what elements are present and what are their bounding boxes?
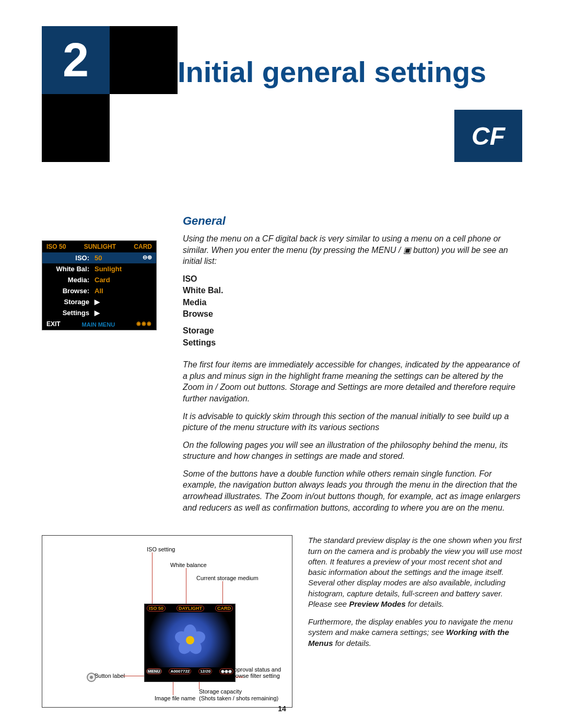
plus-minus-icon: ⊖⊕ [143, 254, 152, 261]
lcd-approval-icons: ◉◉◉ [136, 320, 152, 328]
preview-diagram: ISO setting White balance Current storag… [42, 535, 292, 708]
callout-medium: Current storage medium [196, 575, 258, 581]
callout-filename: Image file name [155, 695, 195, 701]
lcd-k: Settings [48, 309, 89, 317]
lcd-k: White Bal: [48, 265, 89, 273]
lcd-footer: EXIT MAIN MENU ◉◉◉ [42, 318, 156, 330]
side-p2c: for details. [333, 639, 371, 648]
preview-footer: MENU A0007722 12/20 ◉◉◉ [145, 667, 235, 675]
side-p1c: for details. [406, 599, 444, 608]
list-item: Storage [183, 325, 522, 337]
section-heading-general: General [183, 214, 522, 228]
lcd-row-settings: Settings ▶ [42, 307, 156, 318]
flower-icon [174, 625, 206, 656]
lcd-main-menu: ISO 50 SUNLIGHT CARD ISO: 50 ⊖⊕ White Ba… [42, 240, 157, 330]
chapter-number: 2 [63, 33, 89, 87]
lcd-v: Sunlight [89, 265, 122, 273]
side-text: The standard preview display is the one … [308, 535, 522, 708]
lcd-k: ISO: [48, 254, 89, 262]
button-dot-icon [87, 673, 96, 682]
preview-media: CARD [215, 605, 233, 611]
preview-menu-btn: MENU [146, 668, 162, 674]
preview-filename: A0007722 [169, 668, 191, 674]
page-number: 14 [278, 704, 286, 713]
lcd-header: ISO 50 SUNLIGHT CARD [42, 241, 156, 252]
cf-badge-text: CF [472, 122, 505, 151]
lcd-v: 50 [89, 254, 102, 262]
lcd-row-wb: White Bal: Sunlight [42, 263, 156, 274]
decor-sq-2 [110, 26, 178, 94]
lcd-k: Browse: [48, 287, 89, 295]
callout-capacity: Storage capacity [199, 688, 242, 695]
lcd-k: Storage [48, 298, 89, 306]
list-item: ISO [183, 273, 522, 285]
lcd-main-menu-label: MAIN MENU [82, 320, 115, 328]
lcd-row-iso: ISO: 50 ⊖⊕ [42, 252, 156, 263]
chevron-right-icon: ▶ [89, 309, 100, 317]
side-p1b: Preview Modes [349, 599, 405, 608]
lcd-row-media: Media: Card [42, 274, 156, 285]
preview-image [145, 613, 235, 667]
intro-para: Using the menu on a CF digital back is v… [183, 233, 522, 267]
para-2: It is advisable to quickly skim through … [183, 411, 522, 433]
para-3: On the following pages you will see an i… [183, 440, 522, 462]
preview-approval: ◉◉◉ [219, 668, 233, 674]
preview-lcd: ISO 50 DAYLIGHT CARD MENU A0007722 12/20… [144, 604, 236, 682]
callout-wb: White balance [170, 562, 207, 568]
cf-badge: CF [454, 110, 522, 162]
lcd-row-storage: Storage ▶ [42, 296, 156, 307]
page-title: Initial general settings [178, 55, 486, 89]
lcd-header-iso: ISO 50 [46, 243, 66, 250]
callout-btn: Button label [95, 673, 125, 679]
callout-iso: ISO setting [147, 546, 175, 552]
lcd-header-media: CARD [134, 243, 152, 250]
decor-sq-1 [42, 94, 110, 162]
preview-capacity: 12/20 [198, 668, 212, 674]
lcd-k: Media: [48, 276, 89, 284]
preview-wb: DAYLIGHT [177, 605, 204, 611]
list-item: Media [183, 297, 522, 308]
preview-iso: ISO 50 [147, 605, 166, 611]
lcd-v: Card [89, 276, 110, 284]
para-4: Some of the buttons have a double functi… [183, 468, 522, 513]
lcd-header-wb: SUNLIGHT [84, 243, 116, 250]
lcd-exit: EXIT [46, 320, 61, 328]
preview-header: ISO 50 DAYLIGHT CARD [145, 604, 235, 613]
list-item: White Bal. [183, 285, 522, 296]
list-item: Browse [183, 308, 522, 320]
list-item: Settings [183, 337, 522, 349]
callout-shots: (Shots taken / shots remaining) [199, 695, 278, 701]
chevron-right-icon: ▶ [89, 298, 100, 306]
lcd-row-browse: Browse: All [42, 285, 156, 296]
side-p1a: The standard preview display is the one … [308, 536, 522, 608]
chapter-number-box: 2 [42, 26, 110, 94]
lcd-v: All [89, 287, 103, 295]
menu-item-list: ISO White Bal. Media Browse Storage Sett… [183, 273, 522, 349]
para-1: The first four items are immediately acc… [183, 359, 522, 404]
